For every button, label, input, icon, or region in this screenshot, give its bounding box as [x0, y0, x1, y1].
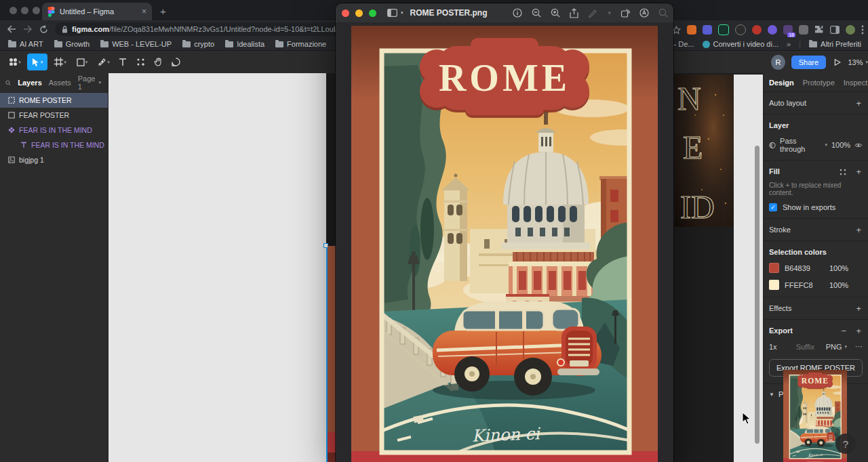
color-swatch[interactable]: [769, 280, 779, 290]
color-opacity[interactable]: 100%: [829, 264, 848, 272]
blend-mode-value[interactable]: Pass through: [780, 137, 820, 153]
selection-color-row[interactable]: B64839 100%: [769, 263, 863, 273]
bookmark-idealista[interactable]: Idealista: [225, 40, 264, 48]
bookmark-de[interactable]: - De...: [674, 40, 694, 48]
bookmark-crypto[interactable]: crypto: [182, 40, 214, 48]
info-icon[interactable]: [513, 8, 522, 18]
new-tab-button[interactable]: +: [160, 5, 166, 17]
bookmark-converti[interactable]: Converti i video di...: [703, 40, 779, 48]
browser-menu-icon[interactable]: [861, 25, 864, 35]
bookmark-ai-art[interactable]: AI ART: [8, 40, 43, 48]
present-icon[interactable]: [834, 58, 841, 66]
extension-icon-notion[interactable]: [718, 24, 729, 35]
profile-avatar[interactable]: [846, 25, 855, 35]
search-icon[interactable]: [658, 8, 668, 18]
add-stroke-icon[interactable]: +: [856, 225, 861, 235]
color-hex[interactable]: B64839: [785, 264, 824, 272]
tab-inspect[interactable]: Inspect: [844, 79, 867, 87]
annotate-icon[interactable]: [639, 8, 649, 18]
preview-window-titlebar[interactable]: ▾ ROME POSTER.png ▾: [336, 3, 673, 23]
reload-icon[interactable]: [39, 25, 48, 34]
fear-poster-image[interactable]: N E ID: [675, 75, 734, 227]
back-icon[interactable]: [7, 25, 16, 33]
layer-opacity-value[interactable]: 100%: [831, 141, 850, 149]
export-suffix-field[interactable]: Suffix: [796, 343, 814, 351]
add-effect-icon[interactable]: +: [856, 303, 861, 314]
figma-main-menu[interactable]: ▾: [4, 54, 26, 70]
shape-tool[interactable]: ▾: [72, 54, 92, 70]
zoom-level-selector[interactable]: 13%▾: [848, 58, 868, 66]
remove-export-icon[interactable]: −: [841, 326, 846, 336]
side-panel-icon[interactable]: [830, 26, 840, 34]
bookmark-growth[interactable]: Growth: [54, 40, 90, 48]
extension-icon-key[interactable]: [752, 25, 762, 35]
fill-styles-icon[interactable]: [840, 169, 846, 175]
page-selector[interactable]: Page 1▾: [78, 75, 101, 91]
layer-row-fear-poster[interactable]: FEAR POSTER: [0, 108, 108, 123]
user-avatar[interactable]: R: [771, 55, 785, 70]
extension-icon-owl[interactable]: [768, 25, 777, 35]
search-icon[interactable]: [5, 79, 11, 87]
markup-pen-icon[interactable]: [588, 8, 597, 18]
window-minimize-button[interactable]: [355, 9, 363, 17]
blend-mode-icon[interactable]: [769, 142, 776, 149]
bookmark-formazione[interactable]: Formazione: [275, 40, 326, 48]
layer-row-fear-text[interactable]: FEAR IS IN THE MIND: [0, 138, 108, 152]
color-swatch[interactable]: [769, 263, 779, 273]
tab-layers[interactable]: Layers: [18, 79, 41, 87]
text-tool[interactable]: [114, 54, 132, 70]
export-scale[interactable]: 1x: [769, 343, 777, 351]
window-close-button[interactable]: [9, 7, 17, 14]
window-close-button[interactable]: [342, 9, 349, 17]
comment-tool[interactable]: [167, 54, 184, 70]
bookmark-other-favorites[interactable]: Altri Preferiti: [809, 40, 861, 48]
preview-window[interactable]: ▾ ROME POSTER.png ▾: [336, 3, 673, 462]
bookmarks-overflow-chevron[interactable]: »: [787, 40, 791, 48]
share-icon[interactable]: [570, 8, 578, 18]
bookmark-web-level-up[interactable]: WEB - LEVEL-UP: [100, 40, 172, 48]
share-button[interactable]: Share: [791, 56, 826, 69]
sidebar-toggle[interactable]: ▾: [387, 9, 403, 17]
export-format-selector[interactable]: PNG▾: [826, 343, 847, 351]
pen-tool[interactable]: ▾: [94, 54, 114, 70]
zoom-in-icon[interactable]: [551, 8, 560, 18]
extension-icon-2[interactable]: [703, 25, 712, 35]
tab-close-icon[interactable]: ×: [142, 7, 146, 16]
zoom-out-icon[interactable]: [532, 8, 541, 18]
hand-tool[interactable]: [149, 54, 167, 70]
export-options-icon[interactable]: ⋯: [855, 342, 863, 351]
add-export-icon[interactable]: +: [856, 326, 861, 336]
show-in-exports-checkbox[interactable]: ✓: [769, 203, 777, 211]
extension-icon-badge[interactable]: 18: [783, 25, 793, 35]
extension-icon-h[interactable]: [735, 24, 746, 35]
browser-tab[interactable]: Untitled – Figma ×: [42, 3, 152, 20]
color-hex[interactable]: FFEFC8: [785, 281, 824, 289]
window-minimize-button[interactable]: [21, 7, 28, 14]
color-opacity[interactable]: 100%: [829, 281, 848, 289]
selection-color-row[interactable]: FFEFC8 100%: [769, 280, 863, 290]
extensions-puzzle-icon[interactable]: [814, 25, 824, 35]
tab-design[interactable]: Design: [769, 79, 794, 87]
resources-tool[interactable]: [132, 54, 149, 70]
move-tool[interactable]: ▾: [27, 54, 47, 70]
extension-icon-1[interactable]: [687, 25, 696, 35]
rome-poster-frame-edge[interactable]: [328, 246, 336, 462]
layer-row-bigjpg[interactable]: bigjpg 1: [0, 152, 108, 167]
tab-prototype[interactable]: Prototype: [803, 79, 835, 87]
help-button[interactable]: ?: [835, 434, 856, 454]
rotate-icon[interactable]: [620, 8, 630, 18]
layer-row-rome-poster[interactable]: ROME POSTER: [0, 93, 108, 108]
markup-chevron-icon[interactable]: ▾: [608, 9, 611, 16]
tab-assets[interactable]: Assets: [49, 79, 71, 87]
add-auto-layout-icon[interactable]: +: [856, 98, 861, 108]
window-zoom-button[interactable]: [369, 9, 376, 17]
window-zoom-button[interactable]: [33, 7, 40, 14]
canvas-scrollbar[interactable]: [755, 146, 760, 444]
extension-icon-m[interactable]: [799, 25, 808, 35]
eye-icon[interactable]: [854, 142, 863, 148]
layer-row-fear-component[interactable]: FEAR IS IN THE MIND: [0, 123, 108, 138]
artboard-fear-poster[interactable]: [108, 73, 326, 462]
forward-icon[interactable]: [23, 25, 33, 33]
add-fill-icon[interactable]: +: [856, 167, 861, 177]
frame-tool[interactable]: ▾: [50, 54, 71, 70]
